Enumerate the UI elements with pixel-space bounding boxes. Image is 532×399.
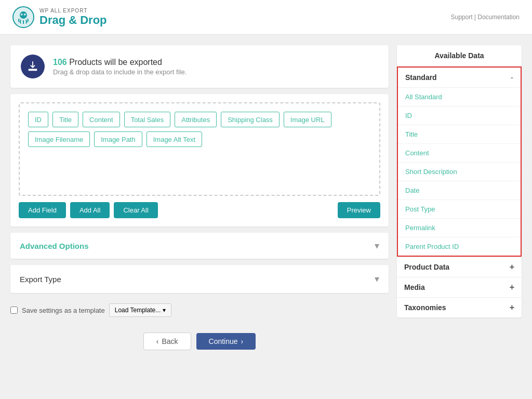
expand-icon[interactable]: + — [510, 303, 514, 312]
other-section-title: Taxonomies — [404, 303, 446, 312]
expand-icon[interactable]: + — [510, 283, 514, 292]
other-section-header[interactable]: Media + — [397, 277, 522, 297]
field-tag[interactable]: Image Filename — [28, 131, 90, 147]
standard-section: Standard - All StandardIDTitleContentSho… — [397, 66, 522, 257]
other-section: Product Data + — [397, 257, 522, 277]
standard-section-item[interactable]: Date — [398, 181, 521, 200]
field-tag[interactable]: ID — [28, 112, 48, 127]
right-panel: Available Data Standard - All StandardID… — [397, 45, 522, 355]
expand-icon[interactable]: + — [510, 262, 514, 272]
field-tag[interactable]: Shipping Class — [221, 112, 280, 127]
load-template-arrow: ▾ — [163, 307, 166, 314]
standard-section-header[interactable]: Standard - — [398, 68, 521, 88]
field-tag[interactable]: Image Path — [94, 131, 142, 147]
other-section-header[interactable]: Product Data + — [397, 257, 522, 277]
logo-text-bottom: Drag & Drop — [39, 14, 107, 27]
add-field-button[interactable]: Add Field — [19, 202, 66, 218]
left-panel: 106 Products will be exported Drag & dro… — [10, 45, 389, 355]
support-link[interactable]: Support — [450, 14, 472, 21]
header-links: Support | Documentation — [450, 14, 520, 21]
export-count: 106 — [53, 58, 67, 66]
field-tag[interactable]: Attributes — [175, 112, 217, 127]
preview-button[interactable]: Preview — [338, 202, 380, 218]
field-tag[interactable]: Total Sales — [124, 112, 171, 127]
standard-section-item[interactable]: Post Type — [398, 200, 521, 219]
export-text: 106 Products will be exported Drag & dro… — [53, 58, 187, 76]
back-arrow: ‹ — [156, 337, 159, 345]
standard-section-item[interactable]: Content — [398, 144, 521, 163]
field-tag[interactable]: Content — [83, 112, 120, 127]
logo: WP ALL EXPORT Drag & Drop — [12, 6, 107, 28]
logo-text-top: WP ALL EXPORT — [39, 8, 107, 14]
other-sections: Product Data + Media + Taxonomies + — [397, 257, 522, 317]
export-title: 106 Products will be exported — [53, 58, 187, 67]
svg-point-5 — [22, 15, 23, 16]
drag-drop-area: IDTitleContentTotal SalesAttributesShipp… — [10, 94, 389, 227]
drop-zone[interactable]: IDTitleContentTotal SalesAttributesShipp… — [19, 102, 380, 196]
advanced-options-title: Advanced Options — [20, 242, 89, 250]
available-data-header: Available Data — [397, 45, 522, 66]
logo-text: WP ALL EXPORT Drag & Drop — [39, 8, 107, 27]
other-section: Taxonomies + — [397, 297, 522, 317]
main-wrapper: 106 Products will be exported Drag & dro… — [0, 35, 532, 366]
standard-section-item[interactable]: All Standard — [398, 88, 521, 107]
other-section-header[interactable]: Taxonomies + — [397, 298, 522, 317]
continue-label: Continue — [209, 337, 238, 345]
action-bar: Add Field Add All Clear All Preview — [19, 202, 380, 218]
continue-button[interactable]: Continue › — [196, 333, 256, 350]
export-subtitle: Drag & drop data to include in the expor… — [53, 68, 187, 76]
logo-icon — [12, 6, 34, 28]
load-template-button[interactable]: Load Template... ▾ — [109, 303, 172, 317]
svg-point-6 — [25, 15, 26, 16]
save-template-label: Save settings as a template — [22, 307, 105, 314]
export-icon — [21, 55, 45, 78]
standard-section-items: All StandardIDTitleContentShort Descript… — [398, 88, 521, 256]
continue-arrow: › — [241, 337, 244, 345]
template-bar: Save settings as a template Load Templat… — [10, 299, 389, 321]
export-type-chevron: ▾ — [375, 273, 379, 285]
export-title-text: Products will be exported — [67, 58, 162, 66]
standard-section-collapse[interactable]: - — [511, 73, 513, 82]
standard-section-item[interactable]: ID — [398, 107, 521, 125]
export-type-label: Export Type — [20, 275, 61, 284]
standard-section-title: Standard — [405, 73, 437, 82]
export-banner: 106 Products will be exported Drag & dro… — [10, 45, 389, 88]
standard-section-item[interactable]: Permalink — [398, 219, 521, 237]
download-icon — [27, 61, 38, 72]
navigation-bar: ‹ Back Continue › — [10, 327, 389, 355]
advanced-options-chevron: ▾ — [375, 240, 379, 251]
standard-section-item[interactable]: Short Description — [398, 163, 521, 181]
svg-point-2 — [20, 11, 27, 19]
field-tag[interactable]: Title — [52, 112, 78, 127]
field-tag[interactable]: Image Alt Text — [147, 131, 202, 147]
app-header: WP ALL EXPORT Drag & Drop Support | Docu… — [0, 0, 532, 35]
save-template-checkbox[interactable] — [10, 307, 18, 314]
advanced-options-section[interactable]: Advanced Options ▾ — [10, 233, 389, 259]
add-all-button[interactable]: Add All — [70, 202, 110, 218]
back-label: Back — [162, 337, 178, 345]
export-type-section[interactable]: Export Type ▾ — [10, 265, 389, 293]
standard-section-item[interactable]: Title — [398, 125, 521, 144]
other-section-title: Product Data — [404, 263, 449, 271]
other-section: Media + — [397, 277, 522, 297]
clear-all-button[interactable]: Clear All — [114, 202, 157, 218]
available-data-panel: Available Data Standard - All StandardID… — [397, 45, 522, 317]
back-button[interactable]: ‹ Back — [143, 332, 191, 350]
field-tag[interactable]: Image URL — [284, 112, 331, 127]
standard-section-item[interactable]: Parent Product ID — [398, 237, 521, 256]
load-template-label: Load Template... — [115, 307, 161, 314]
documentation-link[interactable]: Documentation — [477, 14, 520, 21]
other-section-title: Media — [404, 283, 425, 291]
